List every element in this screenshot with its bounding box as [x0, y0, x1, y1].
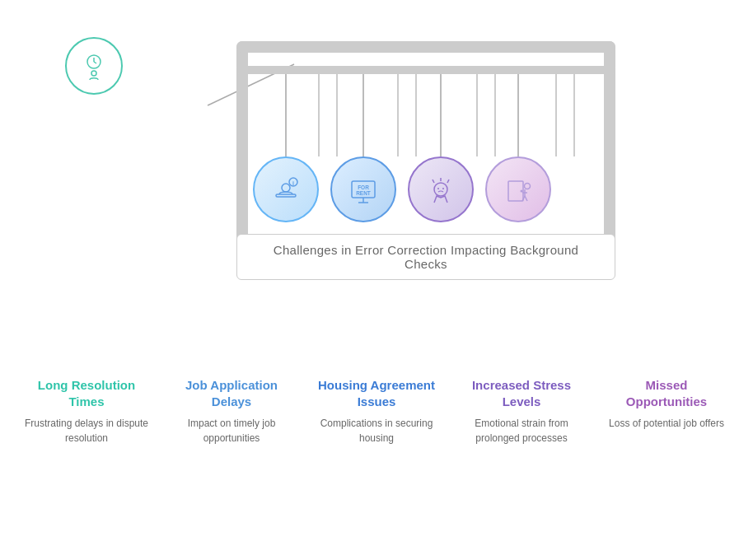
svg-rect-11	[276, 194, 296, 197]
svg-text:i: i	[292, 180, 294, 186]
card-missed-title: Missed Opportunities	[604, 377, 729, 409]
string-2	[362, 74, 364, 156]
ball-housing-unit: FOR RENT	[330, 74, 396, 222]
svg-point-23	[442, 188, 444, 189]
ball-job: i	[253, 156, 319, 222]
cradle-label: Challenges in Error Correction Impacting…	[236, 234, 615, 280]
card-housing: Housing Agreement Issues Complications i…	[304, 371, 449, 452]
card-stress: Increased Stress Levels Emotional strain…	[449, 371, 594, 452]
svg-point-18	[434, 183, 447, 196]
string-1	[285, 74, 287, 156]
ball-stress-unit	[408, 74, 474, 222]
svg-line-21	[447, 180, 449, 183]
card-stress-title: Increased Stress Levels	[459, 377, 584, 409]
svg-point-30	[91, 71, 96, 76]
frame-inner-top	[236, 66, 615, 74]
card-job-application-title: Job Application Delays	[169, 377, 294, 409]
string-4	[517, 74, 519, 156]
frame-top	[236, 41, 615, 53]
card-stress-desc: Emotional strain from prolonged processe…	[459, 416, 584, 446]
card-long-resolution: Long Resolution Times Frustrating delays…	[14, 371, 159, 452]
card-long-resolution-title: Long Resolution Times	[24, 377, 149, 409]
card-housing-title: Housing Agreement Issues	[314, 377, 439, 409]
ball-stress	[408, 156, 474, 222]
card-missed: Missed Opportunities Loss of potential j…	[594, 371, 739, 452]
card-missed-desc: Loss of potential job offers	[609, 416, 724, 431]
main-container: Challenges in Error Correction Impacting…	[0, 0, 753, 560]
card-job-application-desc: Impact on timely job opportunities	[169, 416, 294, 446]
svg-point-22	[437, 188, 439, 189]
card-job-application: Job Application Delays Impact on timely …	[159, 371, 304, 452]
svg-text:FOR: FOR	[358, 184, 369, 190]
ball-missed	[485, 156, 551, 222]
svg-line-29	[94, 62, 96, 63]
svg-point-26	[525, 184, 531, 189]
card-housing-desc: Complications in securing housing	[314, 416, 439, 446]
svg-point-12	[282, 184, 290, 192]
cradle-frame: Challenges in Error Correction Impacting…	[236, 41, 615, 272]
swing-circle	[65, 37, 123, 95]
svg-line-19	[433, 180, 434, 183]
svg-point-25	[521, 190, 523, 193]
ball-housing: FOR RENT	[330, 156, 396, 222]
svg-text:RENT: RENT	[356, 190, 371, 196]
balls-row: i FOR RENT	[253, 74, 551, 222]
ball-missed-unit	[485, 74, 551, 222]
string-3	[440, 74, 442, 156]
card-long-resolution-desc: Frustrating delays in dispute resolution	[24, 416, 149, 446]
cards-row: Long Resolution Times Frustrating delays…	[6, 371, 747, 452]
cradle-area: Challenges in Error Correction Impacting…	[129, 16, 624, 362]
ball-job-unit: i	[253, 74, 319, 222]
